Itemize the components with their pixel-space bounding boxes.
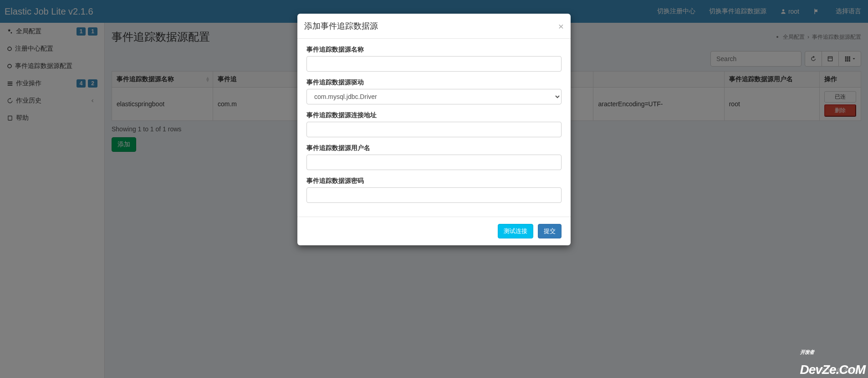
form-group-url: 事件追踪数据源连接地址 — [306, 111, 562, 137]
watermark-bottom: DevZe.CoM — [800, 362, 865, 377]
label-driver: 事件追踪数据源驱动 — [306, 78, 562, 87]
input-name[interactable] — [306, 56, 562, 72]
label-username: 事件追踪数据源用户名 — [306, 144, 562, 152]
form-group-name: 事件追踪数据源名称 — [306, 46, 562, 72]
select-driver[interactable]: com.mysql.jdbc.Driver — [306, 89, 562, 104]
submit-button[interactable]: 提交 — [538, 224, 562, 238]
modal-body: 事件追踪数据源名称 事件追踪数据源驱动 com.mysql.jdbc.Drive… — [297, 39, 571, 217]
form-group-password: 事件追踪数据源密码 — [306, 177, 562, 203]
form-group-username: 事件追踪数据源用户名 — [306, 144, 562, 170]
form-group-driver: 事件追踪数据源驱动 com.mysql.jdbc.Driver — [306, 78, 562, 104]
label-password: 事件追踪数据源密码 — [306, 177, 562, 185]
modal-footer: 测试连接 提交 — [297, 217, 571, 245]
test-connection-button[interactable]: 测试连接 — [498, 224, 533, 238]
label-name: 事件追踪数据源名称 — [306, 46, 562, 54]
input-url[interactable] — [306, 122, 562, 137]
modal-title: 添加事件追踪数据源 — [304, 21, 378, 31]
modal-header: 添加事件追踪数据源 × — [297, 14, 571, 39]
devze-watermark: 开发者 DevZe.CoM — [800, 348, 865, 377]
watermark-top: 开发者 — [800, 349, 814, 356]
input-username[interactable] — [306, 155, 562, 170]
input-password[interactable] — [306, 187, 562, 203]
add-datasource-modal: 添加事件追踪数据源 × 事件追踪数据源名称 事件追踪数据源驱动 com.mysq… — [297, 14, 571, 245]
label-url: 事件追踪数据源连接地址 — [306, 111, 562, 119]
close-button[interactable]: × — [558, 21, 564, 31]
close-icon: × — [558, 21, 564, 31]
